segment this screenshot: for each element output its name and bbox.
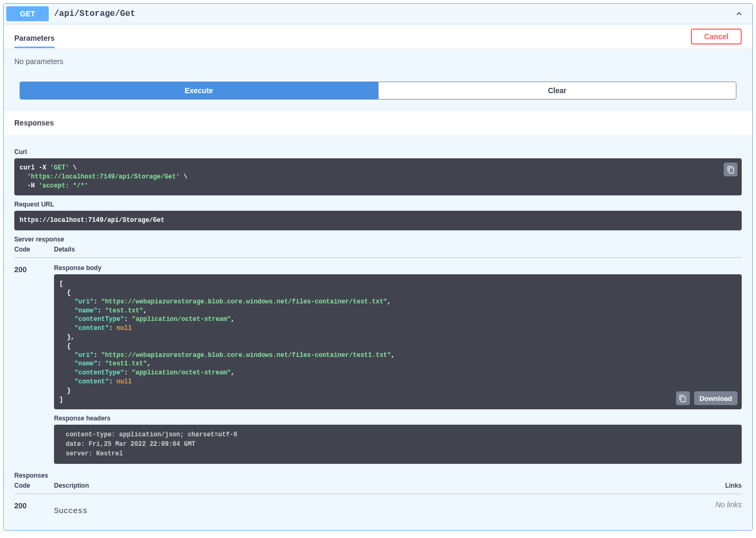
doc-response-description: Success [54,500,699,522]
operation-summary[interactable]: GET /api/Storage/Get [4,4,752,24]
doc-response-links: No links [699,500,742,509]
parameters-header: Parameters Cancel [4,24,752,49]
copy-icon[interactable] [724,163,737,176]
code-column-header: Code [14,246,54,253]
curl-label: Curl [14,148,742,156]
clear-button[interactable]: Clear [378,82,736,100]
curl-code-block: curl -X 'GET' \ 'https://localhost:7149/… [14,158,742,195]
responses-body: Curl curl -X 'GET' \ 'https://localhost:… [4,135,752,530]
links-column-header: Links [699,482,742,489]
operation-block: GET /api/Storage/Get Parameters Cancel N… [3,3,753,531]
response-row: 200 Response body [ { "uri": "https://we… [14,264,742,464]
responses-heading: Responses [4,110,752,135]
download-button[interactable]: Download [694,391,737,405]
chevron-up-icon[interactable] [734,8,744,19]
code-column-header: Code [14,482,54,489]
request-url-label: Request URL [14,201,742,208]
details-column-header: Details [54,246,742,253]
copy-icon[interactable] [676,391,690,405]
description-column-header: Description [54,482,699,489]
http-method-badge: GET [6,6,49,21]
endpoint-path: /api/Storage/Get [54,9,734,19]
server-response-table: Code Details 200 Response body [ { "uri"… [14,246,742,464]
action-button-group: Execute Clear [14,82,742,100]
response-headers-label: Response headers [54,415,742,422]
no-parameters-text: No parameters [14,57,742,66]
parameters-body: No parameters Execute Clear [4,49,752,110]
response-code: 200 [14,264,54,274]
response-headers-block: content-type: application/json; charset=… [54,425,742,464]
cancel-button[interactable]: Cancel [691,29,742,44]
responses-label: Responses [14,472,742,479]
response-body-label: Response body [54,264,742,272]
request-url-block: https://localhost:7149/api/Storage/Get [14,211,742,230]
server-response-label: Server response [14,236,742,243]
response-body-block: [ { "uri": "https://webapiazurestorage.b… [54,274,742,409]
parameters-tab[interactable]: Parameters [14,30,55,48]
documented-response-row: 200 Success No links [14,500,742,522]
documented-responses-table: Code Description Links 200 Success No li… [14,482,742,522]
doc-response-code: 200 [14,500,54,510]
execute-button[interactable]: Execute [20,82,378,100]
